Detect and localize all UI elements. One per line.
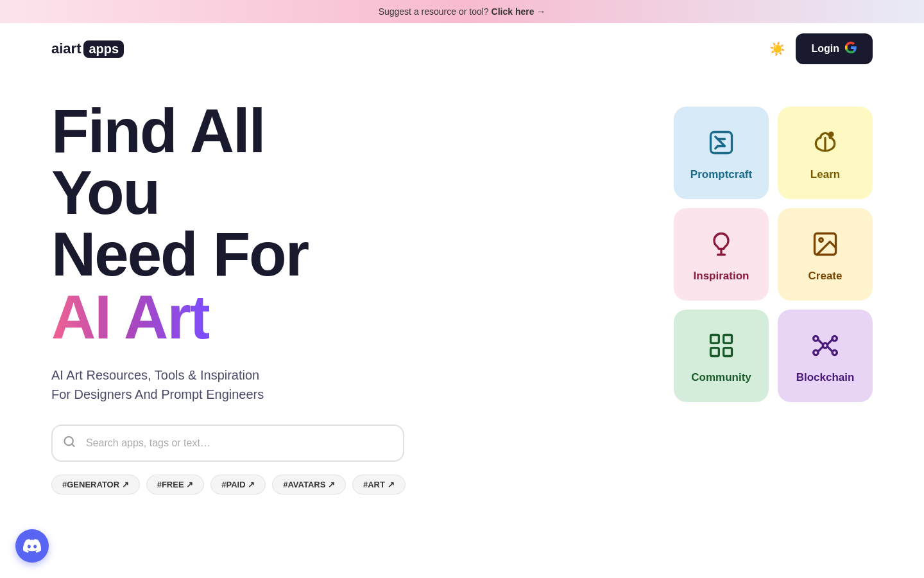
- svg-rect-10: [724, 348, 732, 356]
- hero-ai-art: AI Art: [51, 285, 475, 350]
- svg-line-16: [818, 340, 823, 344]
- blockchain-icon: [810, 330, 841, 361]
- header-right: ☀️ Login: [769, 33, 873, 64]
- main-content: Find All You Need For AI Art AI Art Reso…: [0, 74, 924, 520]
- svg-rect-7: [711, 335, 719, 344]
- hero-title: Find All You Need For: [51, 100, 475, 285]
- discord-button[interactable]: [15, 529, 49, 563]
- hero-line2: You: [51, 158, 159, 227]
- search-input[interactable]: [51, 425, 404, 462]
- logo-text: aiart: [51, 40, 81, 57]
- subtitle-line2: For Designers And Prompt Engineers: [51, 387, 264, 401]
- sun-icon: ☀️: [769, 41, 785, 57]
- blockchain-label: Blockchain: [796, 371, 855, 384]
- login-button[interactable]: Login: [796, 33, 873, 64]
- hero-line3: Need For: [51, 220, 308, 288]
- community-icon: [706, 330, 737, 361]
- announcement-link[interactable]: Click here →: [492, 6, 546, 17]
- create-label: Create: [809, 270, 843, 283]
- logo-apps: apps: [83, 40, 124, 58]
- header: aiartapps ☀️ Login: [0, 23, 924, 74]
- tag-generator[interactable]: #GENERATOR ↗: [51, 475, 140, 495]
- announcement-bar: Suggest a resource or tool? Click here →: [0, 0, 924, 23]
- hero-left: Find All You Need For AI Art AI Art Reso…: [51, 100, 475, 495]
- learn-label: Learn: [810, 168, 840, 181]
- community-label: Community: [691, 371, 751, 384]
- tag-avatars[interactable]: #AVATARS ↗: [272, 475, 346, 495]
- inspiration-icon: [706, 229, 737, 259]
- logo[interactable]: aiartapps: [51, 40, 124, 58]
- login-label: Login: [811, 43, 839, 55]
- svg-line-17: [828, 340, 832, 344]
- create-icon: [810, 229, 841, 259]
- category-learn[interactable]: Learn: [778, 107, 873, 199]
- category-promptcraft[interactable]: Promptcraft: [674, 107, 769, 199]
- tag-art[interactable]: #ART ↗: [352, 475, 406, 495]
- svg-point-3: [829, 132, 833, 136]
- google-icon: [844, 41, 857, 57]
- learn-icon: [810, 127, 841, 158]
- hero-subtitle: AI Art Resources, Tools & Inspiration Fo…: [51, 365, 475, 404]
- svg-rect-9: [711, 348, 719, 356]
- announcement-text: Suggest a resource or tool?: [379, 6, 489, 17]
- category-blockchain[interactable]: Blockchain: [778, 310, 873, 402]
- svg-line-18: [818, 347, 823, 351]
- hero-line1: Find All: [51, 96, 264, 165]
- svg-rect-8: [724, 335, 732, 344]
- promptcraft-icon: [706, 127, 737, 158]
- category-community[interactable]: Community: [674, 310, 769, 402]
- tag-row: #GENERATOR ↗ #FREE ↗ #PAID ↗ #AVATARS ↗ …: [51, 475, 475, 495]
- category-inspiration[interactable]: Inspiration: [674, 208, 769, 301]
- search-container: [51, 425, 404, 462]
- subtitle-line1: AI Art Resources, Tools & Inspiration: [51, 368, 259, 382]
- hero-ai-text: AI Art: [51, 283, 209, 351]
- promptcraft-label: Promptcraft: [690, 168, 752, 181]
- tag-free[interactable]: #FREE ↗: [146, 475, 205, 495]
- tag-paid[interactable]: #PAID ↗: [210, 475, 266, 495]
- svg-line-19: [828, 347, 832, 351]
- inspiration-label: Inspiration: [694, 270, 749, 283]
- theme-toggle-button[interactable]: ☀️: [769, 41, 785, 57]
- category-create[interactable]: Create: [778, 208, 873, 301]
- category-grid: Promptcraft Learn Inspirat: [674, 107, 873, 402]
- svg-point-6: [819, 238, 823, 242]
